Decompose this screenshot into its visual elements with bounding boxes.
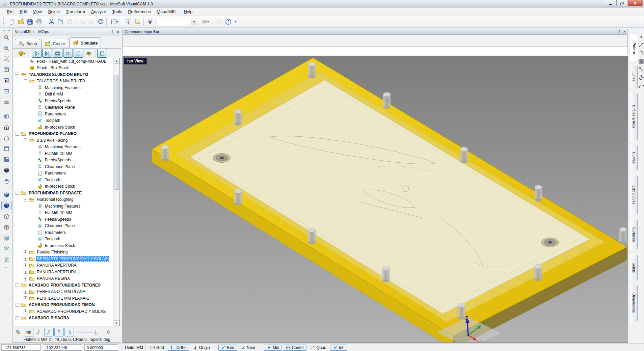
material-display-button[interactable]: ▾ (199, 17, 211, 26)
tab-setup[interactable]: Setup (15, 39, 40, 48)
tree-item[interactable]: Toolpath (14, 236, 119, 243)
command-input[interactable] (123, 47, 627, 55)
tab-circles-arcs[interactable]: Circles & Arcs (630, 91, 638, 142)
tree-item[interactable]: Clearance Plane (14, 104, 119, 111)
menu-view[interactable]: View (30, 8, 45, 15)
expand-expander[interactable]: + (24, 290, 27, 294)
zoom-window-button[interactable] (1, 54, 11, 64)
tree-item[interactable]: −TALADROS SUJECION BRUTO (14, 71, 119, 78)
pin-icon[interactable] (616, 29, 622, 34)
expand-expander[interactable]: + (24, 270, 27, 274)
snap-ortho[interactable]: Ortho (168, 345, 189, 351)
scroll-up-arrow[interactable]: ▲ (114, 58, 119, 64)
save-file-button[interactable] (25, 17, 34, 26)
menu-file[interactable]: File (4, 8, 17, 15)
pan-view-button[interactable] (1, 87, 11, 96)
grid-visibility-button[interactable] (1, 244, 11, 253)
shaded-edges-display-button[interactable] (1, 201, 11, 210)
tool-shaded-display-button[interactable] (64, 328, 74, 336)
tree-item[interactable]: Clearance Plane (14, 163, 119, 170)
zoom-in-button[interactable] (1, 44, 11, 53)
top-view-button[interactable] (1, 144, 11, 153)
rotate-view-button[interactable] (1, 98, 11, 107)
stock-display-mode-button[interactable] (24, 328, 33, 336)
tree-item[interactable]: Parameters (14, 229, 119, 236)
tree-item[interactable]: +ACABADO PROFUNDIDAD Y BOLAS (14, 308, 119, 315)
collapse-expander[interactable]: − (24, 198, 27, 201)
simulate-play-button[interactable] (32, 49, 42, 58)
point-tool-icon[interactable] (638, 34, 644, 40)
expand-expander[interactable]: + (24, 309, 27, 313)
copy-button[interactable] (56, 17, 65, 26)
tree-item[interactable]: +RANURA APERTURA-1 (14, 269, 119, 275)
tree-item[interactable]: Feeds/Speeds (14, 216, 119, 223)
simulation-preferences-button[interactable] (104, 328, 113, 336)
tree-item[interactable]: −PROFUNDIDAD DESBASTE (14, 190, 119, 196)
tool-axis-display-button[interactable] (44, 328, 54, 336)
tab-lines[interactable]: Lines (630, 64, 638, 90)
perspective-view-button[interactable] (1, 165, 11, 175)
tree-item[interactable]: Feeds/Speeds (14, 98, 119, 104)
tab-curves[interactable]: Curves (630, 143, 638, 172)
menu-analyze[interactable]: Analyze (88, 8, 109, 15)
tree-item[interactable]: FlatMill 10 MM (14, 150, 119, 157)
tree-item[interactable]: Toolpath (14, 177, 119, 183)
snap-near[interactable]: Near (238, 345, 258, 351)
tree-item[interactable]: +Parallel Finishing (14, 249, 119, 256)
tree-item[interactable]: +RANURA APERTURA (14, 262, 119, 269)
tree-item[interactable]: In-process Stock (14, 183, 119, 190)
close-icon[interactable] (622, 29, 627, 34)
simulated-stock-display-button[interactable] (84, 49, 93, 57)
left-view-button[interactable] (1, 111, 11, 121)
menu-edit[interactable]: Edit (17, 8, 30, 15)
tree-item[interactable]: FlatMill 10 MM (14, 210, 119, 216)
stock-options-button[interactable]: ▾ (16, 49, 28, 57)
tool-holder-display-button[interactable] (54, 328, 64, 336)
point-curve-tool-icon[interactable] (638, 82, 644, 88)
viewport-layout-button[interactable]: ▾ (108, 17, 120, 26)
help-button[interactable]: ? (224, 17, 233, 26)
front-view-button[interactable] (1, 133, 11, 142)
tree-item[interactable]: Feeds/Speeds (14, 157, 119, 164)
selection-filter-combo[interactable]: ▾ (157, 18, 197, 25)
stock-model-toggle-button[interactable] (14, 328, 23, 336)
collapse-expander[interactable]: − (16, 191, 19, 195)
tree-item[interactable]: +PERFILADO 1 MM PLANA (14, 289, 119, 295)
tab-solids[interactable]: Solids (630, 253, 638, 282)
tree-item[interactable]: Clearance Plane (14, 223, 119, 230)
close-button[interactable] (628, 0, 643, 6)
cut-button[interactable] (47, 17, 56, 26)
tree-item[interactable]: −ACABADO PROFUNDIDAD TETONES (14, 282, 119, 289)
menu-tools[interactable]: Tools (109, 8, 125, 15)
collapse-expander[interactable]: − (16, 73, 19, 76)
viewport[interactable]: Iso View (123, 56, 628, 343)
point-line-tool-icon[interactable] (638, 42, 644, 48)
tree-item[interactable]: Machining Features (14, 84, 119, 91)
simulate-pause-button[interactable] (74, 49, 83, 58)
tree-item[interactable]: −2 1/2 Axis Facing (14, 137, 119, 144)
simulate-stop-button[interactable] (97, 49, 107, 58)
dropdown-arrow-icon[interactable]: ▾ (24, 52, 25, 55)
point-grid-tool-icon[interactable] (638, 58, 644, 64)
tab-surfaces[interactable]: Surfaces (630, 217, 638, 252)
minimize-button[interactable] (605, 0, 616, 6)
tree-item[interactable]: −TALADROS 6 MM BRUTO (14, 78, 119, 85)
toolbar-overflow[interactable] (4, 265, 8, 271)
collapse-expander[interactable]: − (16, 316, 19, 320)
menu-select[interactable]: Select (45, 8, 63, 15)
tree-item[interactable]: −ACABADO BISAGRA (14, 315, 119, 322)
menu-help[interactable]: Help (181, 8, 196, 15)
tab-simulate[interactable]: Simulate (69, 37, 101, 48)
title-bar[interactable]: PROFUNDIDAD2 TETON BISAGRA COMPLETO.vcp … (0, 0, 644, 8)
zoom-selected-button[interactable] (1, 65, 11, 75)
expand-expander[interactable]: + (24, 264, 27, 267)
tab-dimensions[interactable]: Dimensions (630, 283, 638, 323)
mops-panel-header[interactable]: VisualMILL - MOps (13, 28, 121, 35)
snap-center[interactable]: Center (283, 345, 306, 351)
tree-item[interactable]: −ACABADO PROFUNDIDAD TIMON (14, 302, 119, 308)
tab-edit-curves[interactable]: Edit Curves (630, 173, 638, 216)
bottom-view-button[interactable] (1, 155, 11, 164)
tree-item[interactable]: Stock - Box Stock (14, 65, 119, 72)
chevron-down-icon[interactable]: ▾ (191, 19, 197, 25)
tree-item[interactable]: −PROFUNDIDAD PLANEO (14, 131, 119, 137)
